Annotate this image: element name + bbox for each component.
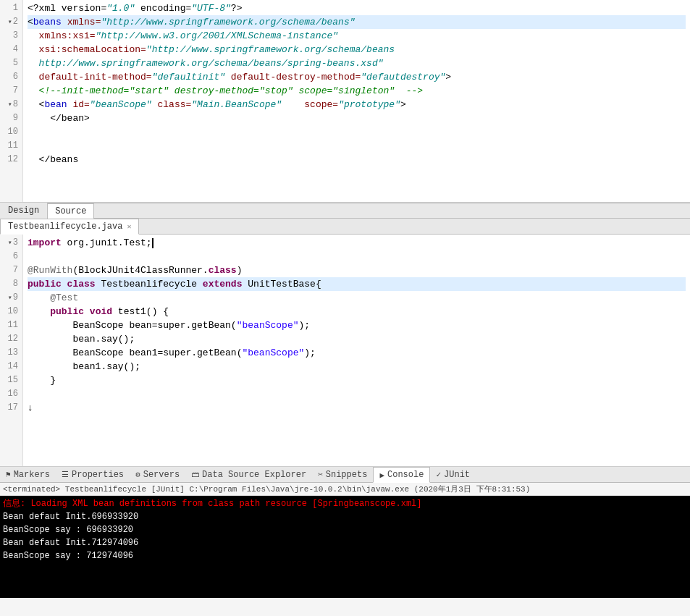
bottom-tab-label: JUnit (444, 470, 470, 480)
bottom-tab-label: Properties (72, 470, 124, 480)
design-source-tabs: DesignSource (0, 203, 690, 219)
xml-line-number: 6 (4, 70, 18, 84)
xml-code-line (28, 139, 686, 153)
xml-code-line: <!--init-method="start" destroy-method="… (28, 84, 686, 98)
data source explorer-icon: 🗃 (191, 470, 199, 479)
console-output-line: Bean defaut Init.712974096 (3, 536, 687, 549)
properties-icon: ☰ (62, 470, 69, 479)
console-output-line: 信息: Loading XML bean definitions from cl… (3, 497, 687, 510)
xml-line-number: ▾2 (4, 15, 18, 29)
java-code-line (28, 387, 686, 401)
console-terminated-bar: <terminated> Testbeanlifecycle [JUnit] C… (0, 483, 690, 496)
snippets-icon: ✂ (318, 470, 323, 479)
java-code-line: @Test (28, 291, 686, 305)
java-code-line: BeanScope bean=super.getBean("beanScope"… (28, 318, 686, 332)
console-area: 信息: Loading XML bean definitions from cl… (0, 496, 690, 598)
java-line-number: 10 (4, 305, 18, 318)
java-code-line: BeanScope bean1=super.getBean("beanScope… (28, 346, 686, 360)
xml-line-number: 3 (4, 29, 18, 43)
xml-line-number: 10 (4, 125, 18, 139)
xml-line-number: 7 (4, 84, 18, 98)
bottom-tab-junit[interactable]: ✓JUnit (430, 467, 476, 483)
xml-line-number: ▾8 (4, 98, 18, 111)
xml-line-number: 9 (4, 111, 18, 125)
tab-source[interactable]: Source (47, 203, 94, 219)
console-output-line: BeanScope say : 712974096 (3, 549, 687, 562)
java-code-line: public void test1() { (28, 305, 686, 318)
servers-icon: ⚙ (135, 470, 140, 479)
xml-code-line: default-init-method="defaultinit" defaul… (28, 70, 686, 84)
bottom-tab-label: Console (387, 470, 424, 480)
xml-code-content[interactable]: <?xml version="1.0" encoding="UTF-8"?><b… (23, 0, 690, 202)
xml-code-line: <?xml version="1.0" encoding="UTF-8"?> (28, 1, 686, 15)
junit-icon: ✓ (436, 470, 441, 479)
java-code-line: ↓ (28, 401, 686, 415)
bottom-tab-servers[interactable]: ⚙Servers (130, 467, 185, 483)
java-code-line: bean.say(); (28, 332, 686, 346)
xml-editor-panel: 1▾234567▾89101112 <?xml version="1.0" en… (0, 0, 690, 203)
java-line-number: 7 (4, 263, 18, 277)
xml-code-line: <bean id="beanScope" class="Main.BeanSco… (28, 98, 686, 111)
java-line-numbers: ▾3678▾91011121314151617 (0, 235, 23, 466)
java-code-line (28, 250, 686, 263)
xml-code-line: </beans (28, 153, 686, 166)
tab-design[interactable]: Design (0, 203, 47, 219)
text-cursor (152, 238, 153, 248)
java-editor-panel: ▾3678▾91011121314151617 import org.junit… (0, 235, 690, 466)
java-code-content[interactable]: import org.junit.Test;@RunWith(BlockJUni… (23, 235, 690, 466)
java-line-number: 8 (4, 277, 18, 291)
java-tab-bar: Testbeanlifecycle.java ✕ (0, 219, 690, 235)
xml-code-line (28, 125, 686, 139)
markers-icon: ⚑ (6, 470, 11, 479)
xml-line-numbers: 1▾234567▾89101112 (0, 0, 23, 202)
java-line-number: 6 (4, 250, 18, 263)
bottom-tab-label: Markers (14, 470, 50, 480)
bottom-tab-console[interactable]: ▶Console (373, 467, 430, 483)
xml-line-number: 11 (4, 139, 18, 153)
xml-code-line: xmlns:xsi="http://www.w3.org/2001/XMLSch… (28, 29, 686, 43)
java-line-number: 16 (4, 387, 18, 401)
java-code-line: public class Testbeanlifecycle extends U… (28, 277, 686, 291)
bottom-tab-snippets[interactable]: ✂Snippets (312, 467, 373, 483)
bottom-tab-label: Data Source Explorer (202, 470, 306, 480)
bottom-panel: ⚑Markers☰Properties⚙Servers🗃Data Source … (0, 466, 690, 600)
console-output-line: BeanScope say : 696933920 (3, 523, 687, 536)
console-output-line: Bean defaut Init.696933920 (3, 510, 687, 523)
xml-line-number: 4 (4, 43, 18, 56)
java-code-line: @RunWith(BlockJUnit4ClassRunner.class) (28, 263, 686, 277)
java-line-number: 13 (4, 346, 18, 360)
xml-code-line: </bean> (28, 111, 686, 125)
xml-line-number: 5 (4, 56, 18, 70)
bottom-tab-properties[interactable]: ☰Properties (56, 467, 130, 483)
java-line-number: 15 (4, 374, 18, 387)
close-tab-icon[interactable]: ✕ (127, 222, 131, 231)
java-line-number: 14 (4, 360, 18, 374)
bottom-tab-label: Servers (143, 470, 180, 480)
java-code-line: } (28, 374, 686, 387)
bottom-tabs-bar: ⚑Markers☰Properties⚙Servers🗃Data Source … (0, 467, 690, 483)
java-line-number: 12 (4, 332, 18, 346)
java-file-tab[interactable]: Testbeanlifecycle.java ✕ (0, 219, 139, 235)
bottom-tab-markers[interactable]: ⚑Markers (0, 467, 56, 483)
xml-code-line: <beans xmlns="http://www.springframework… (28, 15, 686, 29)
bottom-tab-label: Snippets (326, 470, 368, 480)
java-line-number: 17 (4, 401, 18, 415)
java-code-line: import org.junit.Test; (28, 236, 686, 250)
java-code-line: bean1.say(); (28, 360, 686, 374)
console-icon: ▶ (379, 471, 384, 480)
java-line-number: ▾9 (4, 291, 18, 305)
xml-code-line: http://www.springframework.org/schema/be… (28, 56, 686, 70)
xml-line-number: 1 (4, 1, 18, 15)
java-line-number: 11 (4, 318, 18, 332)
xml-code-line: xsi:schemaLocation="http://www.springfra… (28, 43, 686, 56)
java-line-number: ▾3 (4, 236, 18, 250)
bottom-tab-data-source-explorer[interactable]: 🗃Data Source Explorer (185, 467, 312, 483)
xml-line-number: 12 (4, 153, 18, 166)
